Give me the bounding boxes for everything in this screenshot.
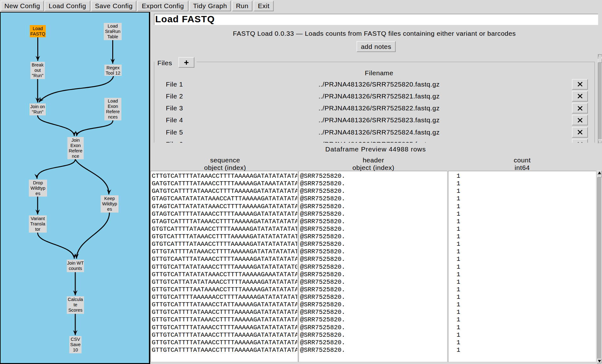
svg-text:Load: Load <box>33 26 43 31</box>
svg-text:Regex: Regex <box>107 65 120 70</box>
svg-text:SraRun: SraRun <box>105 29 120 34</box>
svg-text:"Run": "Run" <box>32 73 44 78</box>
svg-text:Exon: Exon <box>70 143 81 148</box>
svg-text:Variant: Variant <box>31 216 45 221</box>
svg-text:"Run": "Run" <box>32 109 44 114</box>
svg-text:Break: Break <box>32 62 44 67</box>
svg-text:es: es <box>107 207 112 212</box>
svg-text:Wildtyp: Wildtyp <box>30 186 45 191</box>
svg-text:Tool 12: Tool 12 <box>106 71 120 76</box>
svg-text:FASTQ: FASTQ <box>30 31 45 36</box>
svg-text:CSV: CSV <box>71 337 80 342</box>
svg-text:Load: Load <box>108 24 118 29</box>
svg-text:Drop: Drop <box>33 180 43 185</box>
svg-text:Load: Load <box>108 98 118 103</box>
svg-text:Keep: Keep <box>104 196 115 201</box>
svg-text:Transla: Transla <box>30 221 46 226</box>
svg-text:Join: Join <box>71 138 80 143</box>
svg-text:Join WT: Join WT <box>67 261 84 266</box>
svg-text:nce: nce <box>72 154 79 159</box>
svg-text:10: 10 <box>73 347 78 352</box>
svg-text:out: out <box>34 68 41 73</box>
svg-text:Scores: Scores <box>68 308 82 313</box>
svg-text:Wildtyp: Wildtyp <box>102 201 117 206</box>
svg-text:Table: Table <box>107 34 118 39</box>
svg-text:nces: nces <box>108 114 118 119</box>
svg-text:Save: Save <box>70 342 81 347</box>
svg-text:Join on: Join on <box>30 104 45 109</box>
svg-text:tor: tor <box>35 227 40 232</box>
svg-text:te: te <box>73 302 77 307</box>
svg-text:Calcula: Calcula <box>68 297 83 302</box>
svg-text:Exon: Exon <box>108 104 118 109</box>
svg-text:es: es <box>35 191 40 196</box>
svg-text:counts: counts <box>69 266 82 271</box>
svg-text:Refere: Refere <box>69 148 82 153</box>
svg-text:Refere: Refere <box>106 109 120 114</box>
